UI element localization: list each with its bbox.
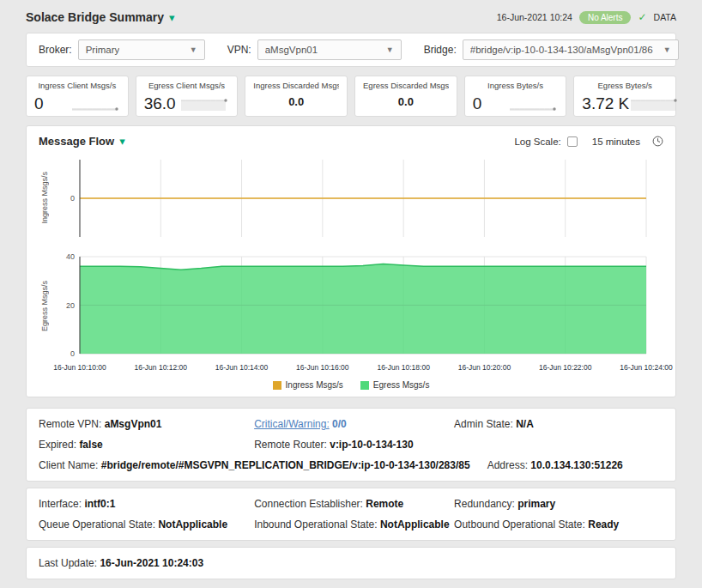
stats-row: Ingress Client Msgs/s 0 Egress Client Ms… [26, 76, 676, 117]
message-flow-chevron-down-icon[interactable]: ▾ [119, 136, 125, 147]
detail-redundancy: Redundancy: primary [454, 498, 663, 510]
stat-label: Egress Bytes/s [582, 81, 668, 90]
detail-inbound-operational-state: Inbound Operational State: NotApplicable [254, 518, 454, 530]
message-flow-header: Message Flow ▾ Log Scale: 15 minutes [39, 135, 663, 148]
vpn-filter: VPN: aMsgVpn01 ▼ [227, 39, 402, 60]
stat-label: Ingress Client Msgs/s [34, 81, 120, 90]
detail-client-name: Client Name: #bridge/remote/#MSGVPN_REPL… [39, 459, 470, 471]
detail-queue-operational-state: Queue Operational State: NotApplicable [39, 518, 254, 530]
stat-value: 0.0 [288, 96, 304, 108]
stat-card-ingress-discarded-msgs: Ingress Discarded Msgs 0.0 [245, 76, 348, 117]
stat-label: Egress Client Msgs/s [144, 81, 230, 90]
stat-card-ingress-client-msgs: Ingress Client Msgs/s 0 [26, 76, 129, 117]
critical-warning-link[interactable]: Critical/Warning: 0/0 [254, 418, 454, 430]
stat-card-egress-bytes: Egress Bytes/s 3.72 K [573, 76, 676, 117]
message-flow-title: Message Flow [39, 135, 114, 148]
svg-text:0: 0 [70, 349, 75, 358]
svg-text:0: 0 [70, 194, 75, 203]
detail-admin-state: Admin State: N/A [454, 418, 663, 430]
x-tick-label: 16-Jun 10:14:00 [215, 363, 268, 372]
legend-item: Egress Msgs/s [360, 380, 430, 390]
broker-label: Broker: [39, 44, 72, 56]
stat-value: 0.0 [398, 96, 414, 108]
svg-text:40: 40 [66, 252, 75, 261]
stat-label: Ingress Bytes/s [473, 81, 559, 90]
x-tick-label: 16-Jun 10:22:00 [539, 363, 591, 372]
detail-remote-router: Remote Router: v:ip-10-0-134-130 [254, 439, 663, 451]
vpn-label: VPN: [227, 44, 251, 56]
data-status-label: DATA [654, 12, 676, 22]
sparkline-chart [179, 95, 229, 112]
detail-address: Address: 10.0.134.130:51226 [487, 459, 623, 471]
clock-icon [652, 136, 663, 147]
x-tick-label: 16-Jun 10:24:00 [620, 363, 672, 372]
chart-legend: Ingress Msgs/sEgress Msgs/s [39, 380, 663, 390]
ingress-y-axis-label: Ingress Msgs/s [40, 172, 49, 224]
detail-last-update: Last Update: 16-Jun-2021 10:24:03 [39, 557, 663, 569]
legend-label: Egress Msgs/s [373, 380, 430, 390]
broker-filter: Broker: Primary ▼ [39, 39, 205, 60]
time-range-value: 15 minutes [592, 136, 640, 147]
no-alerts-badge: No Alerts [579, 11, 632, 24]
legend-label: Ingress Msgs/s [286, 380, 343, 390]
stat-label: Ingress Discarded Msgs [253, 81, 339, 90]
stat-card-egress-discarded-msgs: Egress Discarded Msgs 0.0 [354, 76, 457, 117]
chevron-down-icon: ▼ [663, 45, 671, 54]
bridge-select[interactable]: #bridge/v:ip-10-0-134-130/aMsgVpn01/86 ▼ [463, 39, 679, 60]
sparkline-chart [629, 95, 679, 112]
message-flow-card: Message Flow ▾ Log Scale: 15 minutes Ing… [26, 125, 676, 397]
x-tick-label: 16-Jun 10:16:00 [296, 363, 348, 372]
egress-y-axis-label: Egress Msgs/s [40, 281, 49, 331]
bridge-selected-value: #bridge/v:ip-10-0-134-130/aMsgVpn01/86 [470, 45, 653, 55]
header-bar: Solace Bridge Summary ▾ 16-Jun-2021 10:2… [26, 7, 676, 27]
header-timestamp: 16-Jun-2021 10:24 [497, 12, 572, 22]
bridge-label: Bridge: [424, 44, 457, 56]
broker-selected-value: Primary [86, 45, 120, 55]
vpn-select[interactable]: aMsgVpn01 ▼ [257, 39, 402, 60]
legend-swatch-icon [273, 381, 281, 390]
stat-card-egress-client-msgs: Egress Client Msgs/s 36.0 [136, 76, 239, 117]
x-tick-label: 16-Jun 10:18:00 [377, 363, 429, 372]
details-card-connection: Remote VPN: aMsgVpn01 Critical/Warning: … [26, 408, 676, 482]
vpn-selected-value: aMsgVpn01 [265, 45, 318, 55]
page: Solace Bridge Summary ▾ 16-Jun-2021 10:2… [0, 0, 702, 586]
bridge-filter: Bridge: #bridge/v:ip-10-0-134-130/aMsgVp… [424, 39, 679, 60]
egress-chart-row: Egress Msgs/s 02040 [39, 252, 663, 361]
stat-card-ingress-bytes: Ingress Bytes/s 0 [464, 76, 567, 117]
sparkline-chart [70, 95, 120, 112]
stat-value: 36.0 [144, 95, 176, 112]
details-card-operational: Interface: intf0:1 Connection Establishe… [26, 488, 676, 541]
time-range-selector[interactable]: 15 minutes [592, 136, 663, 147]
ingress-msgs-chart: 0 [51, 153, 663, 242]
details-card-last-update: Last Update: 16-Jun-2021 10:24:03 [26, 547, 676, 579]
svg-text:20: 20 [66, 301, 75, 310]
detail-connection-establisher: Connection Establisher: Remote [254, 498, 454, 510]
broker-select[interactable]: Primary ▼ [78, 39, 205, 60]
detail-interface: Interface: intf0:1 [39, 498, 254, 510]
chevron-down-icon: ▼ [386, 45, 394, 54]
x-tick-label: 16-Jun 10:10:00 [53, 363, 106, 372]
detail-remote-vpn: Remote VPN: aMsgVpn01 [39, 418, 254, 430]
stat-label: Egress Discarded Msgs [363, 81, 449, 90]
ingress-chart-row: Ingress Msgs/s 0 [39, 153, 663, 242]
legend-item: Ingress Msgs/s [273, 380, 343, 390]
log-scale-label: Log Scale: [514, 136, 560, 147]
page-title-chevron-down-icon[interactable]: ▾ [169, 12, 175, 23]
check-icon: ✓ [638, 11, 646, 23]
sparkline-chart [508, 95, 558, 112]
log-scale-checkbox[interactable] [567, 136, 578, 147]
filter-bar: Broker: Primary ▼ VPN: aMsgVpn01 ▼ Bridg… [26, 33, 676, 67]
egress-msgs-chart: 02040 [51, 252, 663, 361]
x-tick-label: 16-Jun 10:20:00 [458, 363, 511, 372]
x-axis-labels: 16-Jun 10:10:0016-Jun 10:12:0016-Jun 10:… [80, 363, 646, 374]
stat-value: 0 [473, 95, 482, 112]
detail-outbound-operational-state: Outbound Operational State: Ready [454, 518, 663, 530]
stat-value: 0 [34, 95, 44, 112]
chevron-down-icon: ▼ [190, 45, 197, 54]
legend-swatch-icon [360, 381, 369, 390]
stat-value: 3.72 K [582, 95, 629, 112]
detail-expired: Expired: false [39, 439, 254, 451]
x-tick-label: 16-Jun 10:12:00 [135, 363, 187, 372]
page-title: Solace Bridge Summary [26, 10, 164, 24]
